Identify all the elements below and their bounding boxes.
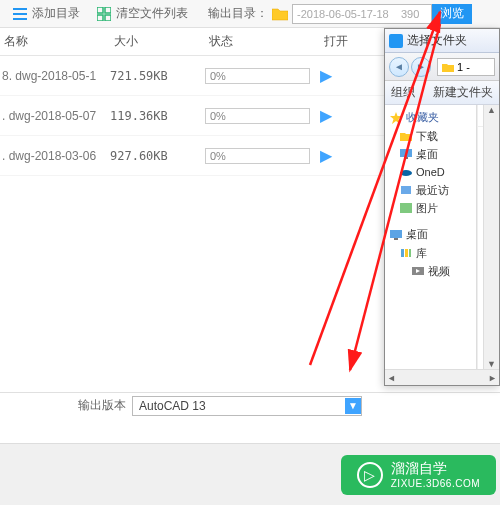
crumb-text: 1 - — [457, 61, 470, 73]
tree-library[interactable]: 库 — [385, 244, 476, 262]
file-name: 8. dwg-2018-05-1 — [0, 69, 110, 83]
tree-video[interactable]: 视频 — [385, 262, 476, 280]
onedrive-icon — [399, 166, 413, 178]
col-open: 打开 — [320, 33, 380, 50]
tree-desktop[interactable]: 桌面 — [385, 145, 476, 163]
clear-list-label: 清空文件列表 — [116, 5, 188, 22]
browse-button[interactable]: 浏览 — [432, 4, 472, 24]
svg-rect-20 — [400, 149, 412, 157]
svg-rect-0 — [13, 8, 27, 10]
folder-icon — [272, 7, 288, 21]
footer: ▷ 溜溜自学 ZIXUE.3D66.COM — [0, 443, 500, 505]
svg-rect-1 — [13, 13, 27, 15]
folder-tree: 收藏夹 下载 桌面 OneD 最近访 图片 桌面 库 视频 — [385, 105, 477, 385]
folder-dialog: 选择文件夹 ◄ ► 1 - 组织 新建文件夹 收藏夹 下载 桌面 OneD 最近… — [384, 28, 500, 386]
chevron-down-icon: ▼ — [345, 398, 361, 414]
progress-bar: 0% — [205, 68, 310, 84]
clear-list-button[interactable]: 清空文件列表 — [88, 2, 196, 26]
svg-rect-23 — [401, 186, 411, 194]
svg-rect-29 — [409, 249, 411, 257]
svg-marker-19 — [390, 112, 402, 124]
version-label: 输出版本 — [78, 397, 126, 414]
output-dir-input[interactable] — [292, 4, 432, 24]
version-value: AutoCAD 13 — [139, 399, 206, 413]
star-icon — [389, 112, 403, 124]
tree-pictures[interactable]: 图片 — [385, 199, 476, 217]
new-folder-button[interactable]: 新建文件夹 — [433, 84, 493, 101]
svg-rect-28 — [405, 249, 408, 257]
h-scrollbar[interactable]: ◄► — [385, 369, 499, 385]
toolbar: 添加目录 清空文件列表 输出目录： 浏览 — [0, 0, 500, 28]
dialog-title: 选择文件夹 — [407, 32, 467, 49]
svg-rect-27 — [401, 249, 404, 257]
grid-icon — [96, 6, 112, 22]
svg-rect-24 — [400, 203, 412, 213]
svg-rect-2 — [13, 18, 27, 20]
v-scrollbar[interactable]: ▲▼ — [483, 105, 499, 369]
video-icon — [411, 265, 425, 277]
add-directory-button[interactable]: 添加目录 — [4, 2, 88, 26]
desktop-header[interactable]: 桌面 — [385, 225, 476, 244]
file-name: . dwg-2018-03-06 — [0, 149, 110, 163]
progress-bar: 0% — [205, 108, 310, 124]
add-directory-label: 添加目录 — [32, 5, 80, 22]
nav-back-icon[interactable]: ◄ — [389, 57, 409, 77]
version-bar: 输出版本 AutoCAD 13 ▼ — [0, 392, 500, 418]
col-status: 状态 — [205, 33, 320, 50]
play-icon[interactable]: ▶ — [320, 66, 380, 85]
dialog-nav: ◄ ► 1 - — [385, 53, 499, 81]
dialog-titlebar[interactable]: 选择文件夹 — [385, 29, 499, 53]
desktop-icon — [399, 148, 413, 160]
file-size: 927.60KB — [110, 149, 205, 163]
brand-url: ZIXUE.3D66.COM — [391, 478, 480, 489]
brand-name: 溜溜自学 — [391, 460, 447, 476]
svg-rect-25 — [390, 230, 402, 238]
svg-rect-6 — [105, 15, 111, 21]
file-name: . dwg-2018-05-07 — [0, 109, 110, 123]
svg-rect-5 — [97, 15, 103, 21]
favorites-header[interactable]: 收藏夹 — [385, 108, 476, 127]
nav-fwd-icon[interactable]: ► — [411, 57, 431, 77]
file-size: 119.36KB — [110, 109, 205, 123]
svg-rect-4 — [105, 7, 111, 13]
file-size: 721.59KB — [110, 69, 205, 83]
svg-rect-21 — [404, 157, 408, 159]
dialog-toolbar: 组织 新建文件夹 — [385, 81, 499, 105]
play-ring-icon: ▷ — [357, 462, 383, 488]
organize-button[interactable]: 组织 — [391, 84, 415, 101]
dialog-app-icon — [389, 34, 403, 48]
version-select[interactable]: AutoCAD 13 ▼ — [132, 396, 362, 416]
play-icon[interactable]: ▶ — [320, 106, 380, 125]
brand-button[interactable]: ▷ 溜溜自学 ZIXUE.3D66.COM — [341, 455, 496, 495]
tree-recent[interactable]: 最近访 — [385, 181, 476, 199]
col-size: 大小 — [110, 33, 205, 50]
tree-onedrive[interactable]: OneD — [385, 163, 476, 181]
svg-point-22 — [400, 170, 412, 176]
progress-bar: 0% — [205, 148, 310, 164]
output-dir-label: 输出目录： — [208, 5, 268, 22]
col-name: 名称 — [0, 33, 110, 50]
play-icon[interactable]: ▶ — [320, 146, 380, 165]
desktop-icon — [389, 229, 403, 241]
library-icon — [399, 247, 413, 259]
svg-rect-3 — [97, 7, 103, 13]
list-icon — [12, 6, 28, 22]
tree-downloads[interactable]: 下载 — [385, 127, 476, 145]
pictures-icon — [399, 202, 413, 214]
recent-icon — [399, 184, 413, 196]
svg-rect-26 — [394, 238, 398, 240]
breadcrumb[interactable]: 1 - — [437, 58, 495, 76]
download-icon — [399, 130, 413, 142]
